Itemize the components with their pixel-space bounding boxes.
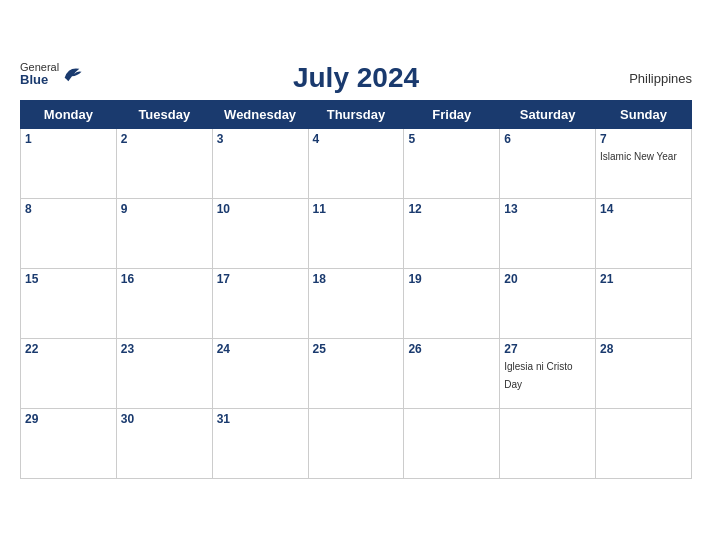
day-cell [596, 408, 692, 478]
day-number: 12 [408, 202, 495, 216]
col-thursday: Thursday [308, 100, 404, 128]
day-number: 25 [313, 342, 400, 356]
day-cell: 11 [308, 198, 404, 268]
col-friday: Friday [404, 100, 500, 128]
day-cell: 17 [212, 268, 308, 338]
day-number: 11 [313, 202, 400, 216]
day-cell: 23 [116, 338, 212, 408]
calendar-body: 1234567Islamic New Year89101112131415161… [21, 128, 692, 478]
day-cell: 19 [404, 268, 500, 338]
day-number: 19 [408, 272, 495, 286]
day-number: 3 [217, 132, 304, 146]
day-cell: 29 [21, 408, 117, 478]
day-cell: 22 [21, 338, 117, 408]
day-number: 17 [217, 272, 304, 286]
day-cell: 25 [308, 338, 404, 408]
day-number: 1 [25, 132, 112, 146]
day-cell: 10 [212, 198, 308, 268]
day-number: 14 [600, 202, 687, 216]
calendar-wrapper: General Blue July 2024 Philippines Monda… [0, 52, 712, 499]
day-cell: 21 [596, 268, 692, 338]
day-number: 7 [600, 132, 687, 146]
day-number: 31 [217, 412, 304, 426]
day-cell: 8 [21, 198, 117, 268]
day-event: Islamic New Year [600, 151, 677, 162]
day-number: 15 [25, 272, 112, 286]
day-cell: 7Islamic New Year [596, 128, 692, 198]
week-row-2: 891011121314 [21, 198, 692, 268]
day-number: 5 [408, 132, 495, 146]
day-number: 10 [217, 202, 304, 216]
day-cell: 24 [212, 338, 308, 408]
day-cell [500, 408, 596, 478]
col-sunday: Sunday [596, 100, 692, 128]
day-cell: 13 [500, 198, 596, 268]
logo-blue: Blue [20, 73, 59, 86]
day-cell: 31 [212, 408, 308, 478]
day-number: 4 [313, 132, 400, 146]
col-wednesday: Wednesday [212, 100, 308, 128]
day-event: Iglesia ni Cristo Day [504, 361, 572, 390]
day-number: 22 [25, 342, 112, 356]
day-number: 28 [600, 342, 687, 356]
day-cell [308, 408, 404, 478]
day-cell: 12 [404, 198, 500, 268]
day-number: 29 [25, 412, 112, 426]
col-saturday: Saturday [500, 100, 596, 128]
logo-general: General [20, 62, 59, 73]
day-cell: 14 [596, 198, 692, 268]
day-cell: 1 [21, 128, 117, 198]
day-number: 13 [504, 202, 591, 216]
logo-area: General Blue [20, 62, 83, 86]
day-cell: 2 [116, 128, 212, 198]
week-row-4: 222324252627Iglesia ni Cristo Day28 [21, 338, 692, 408]
day-cell: 16 [116, 268, 212, 338]
calendar-header: General Blue July 2024 Philippines [20, 62, 692, 94]
day-cell: 4 [308, 128, 404, 198]
day-number: 8 [25, 202, 112, 216]
logo-text: General Blue [20, 62, 59, 86]
day-cell: 28 [596, 338, 692, 408]
logo-bird-icon [61, 63, 83, 85]
day-number: 20 [504, 272, 591, 286]
day-cell: 6 [500, 128, 596, 198]
col-tuesday: Tuesday [116, 100, 212, 128]
day-cell: 27Iglesia ni Cristo Day [500, 338, 596, 408]
day-number: 23 [121, 342, 208, 356]
day-number: 30 [121, 412, 208, 426]
day-number: 9 [121, 202, 208, 216]
day-cell: 3 [212, 128, 308, 198]
country-label: Philippines [629, 70, 692, 85]
calendar-table: Monday Tuesday Wednesday Thursday Friday… [20, 100, 692, 479]
day-cell: 9 [116, 198, 212, 268]
day-cell: 26 [404, 338, 500, 408]
day-cell: 5 [404, 128, 500, 198]
day-cell: 18 [308, 268, 404, 338]
day-number: 16 [121, 272, 208, 286]
week-row-1: 1234567Islamic New Year [21, 128, 692, 198]
col-monday: Monday [21, 100, 117, 128]
day-number: 24 [217, 342, 304, 356]
day-number: 27 [504, 342, 591, 356]
week-row-3: 15161718192021 [21, 268, 692, 338]
day-number: 18 [313, 272, 400, 286]
day-cell: 20 [500, 268, 596, 338]
day-number: 2 [121, 132, 208, 146]
day-cell [404, 408, 500, 478]
day-cell: 15 [21, 268, 117, 338]
header-row: Monday Tuesday Wednesday Thursday Friday… [21, 100, 692, 128]
week-row-5: 293031 [21, 408, 692, 478]
day-number: 21 [600, 272, 687, 286]
day-number: 6 [504, 132, 591, 146]
day-cell: 30 [116, 408, 212, 478]
day-number: 26 [408, 342, 495, 356]
calendar-title: July 2024 [293, 62, 419, 94]
